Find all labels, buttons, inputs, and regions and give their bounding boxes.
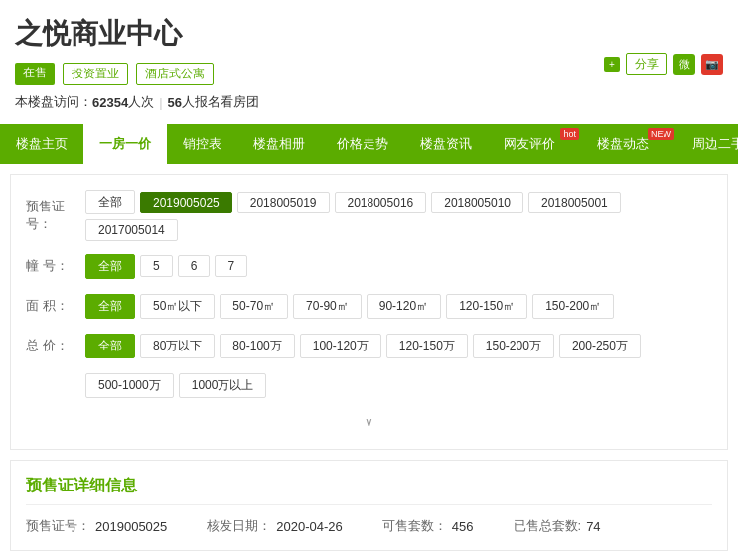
filter-area-all[interactable]: 全部 [85, 294, 135, 319]
visits-count: 62354 [92, 95, 128, 110]
badge-new: NEW [648, 128, 674, 140]
detail-cert-value: 2019005025 [95, 519, 167, 534]
wechat-icon[interactable]: 微 [673, 54, 695, 75]
detail-title: 预售证详细信息 [26, 476, 712, 505]
filter-cert-2018005001[interactable]: 2018005001 [528, 192, 621, 213]
filter-options-price: 全部 80万以下 80-100万 100-120万 120-150万 150-2… [85, 334, 641, 358]
filter-price-150-200[interactable]: 150-200万 [473, 334, 554, 358]
filter-options-area: 全部 50㎡以下 50-70㎡ 70-90㎡ 90-120㎡ 120-150㎡ … [85, 294, 614, 319]
filter-cert-2018005019[interactable]: 2018005019 [237, 192, 330, 213]
nav-label-control: 销控表 [183, 135, 221, 153]
filter-area-50below[interactable]: 50㎡以下 [140, 294, 215, 319]
filter-cert-all[interactable]: 全部 [85, 190, 135, 214]
filter-area-50-70[interactable]: 50-70㎡ [220, 294, 288, 319]
detail-available-value: 456 [452, 519, 474, 534]
tag-hotel: 酒店式公寓 [136, 63, 214, 85]
nav-label-trend: 价格走势 [337, 135, 388, 153]
filter-cert-2018005016[interactable]: 2018005016 [335, 192, 427, 213]
nav-label-secondhand: 周边二手房 [692, 135, 738, 153]
nav-label-dynamic: 楼盘动态 [597, 135, 649, 153]
photo-icon[interactable]: 📷 [701, 54, 723, 75]
filter-options-building: 全部 5 6 7 [85, 254, 247, 279]
filter-row-price: 总 价： 全部 80万以下 80-100万 100-120万 120-150万 … [26, 331, 712, 360]
collapse-button[interactable]: ∨ [26, 410, 712, 434]
visits-label: 本楼盘访问： [15, 93, 92, 111]
collapse-icon: ∨ [365, 415, 373, 429]
filter-area-70-90[interactable]: 70-90㎡ [293, 294, 362, 319]
filter-price-120-150[interactable]: 120-150万 [386, 334, 468, 358]
nav-label-news: 楼盘资讯 [420, 135, 472, 153]
visits-row: 本楼盘访问： 62354 人次 | 56 人报名看房团 [15, 93, 723, 111]
filter-cert-2019005025[interactable]: 2019005025 [140, 192, 232, 213]
detail-date-value: 2020-04-26 [276, 519, 343, 534]
filter-label-area: 面 积： [26, 297, 85, 315]
share-button[interactable]: 分享 [626, 53, 667, 75]
filter-area-90-120[interactable]: 90-120㎡ [367, 294, 441, 319]
filter-options-price2: 500-1000万 1000万以上 [85, 373, 266, 398]
nav-item-album[interactable]: 楼盘相册 [237, 124, 321, 164]
badge-hot: hot [560, 128, 579, 140]
nav-label-album: 楼盘相册 [253, 135, 305, 153]
detail-row: 预售证号： 2019005025 核发日期： 2020-04-26 可售套数： … [26, 517, 712, 535]
filter-cert-2017005014[interactable]: 2017005014 [85, 219, 178, 241]
detail-sold-value: 74 [586, 519, 600, 534]
nav-label-main: 楼盘主页 [16, 135, 68, 153]
divider: | [159, 95, 162, 110]
detail-available-label: 可售套数： [382, 517, 447, 535]
filter-price-80-100[interactable]: 80-100万 [220, 334, 294, 358]
nav-label-review: 网友评价 [504, 135, 555, 153]
share-area: + 分享 微 📷 [604, 43, 723, 85]
filter-options-cert: 全部 2019005025 2018005019 2018005016 2018… [85, 190, 712, 241]
filter-area-120-150[interactable]: 120-150㎡ [446, 294, 527, 319]
filter-building-5[interactable]: 5 [140, 255, 173, 277]
page-container: 之悦商业中心 在售 投资置业 酒店式公寓 + 分享 微 📷 本楼盘访问： 623… [0, 0, 738, 560]
navigation: 楼盘主页 一房一价 销控表 楼盘相册 价格走势 楼盘资讯 网友评价 hot 楼盘… [0, 124, 738, 164]
nav-item-dynamic[interactable]: 楼盘动态 NEW [581, 124, 676, 164]
filter-building-6[interactable]: 6 [178, 255, 211, 277]
filter-cert-2018005010[interactable]: 2018005010 [431, 192, 523, 213]
detail-date: 核发日期： 2020-04-26 [207, 517, 343, 535]
filter-price-500-1000[interactable]: 500-1000万 [85, 373, 174, 398]
filter-price-80below[interactable]: 80万以下 [140, 334, 215, 358]
nav-item-main[interactable]: 楼盘主页 [0, 124, 83, 164]
visits-unit: 人次 [128, 93, 154, 111]
filter-row-cert: 预售证号： 全部 2019005025 2018005019 201800501… [26, 190, 712, 241]
nav-item-news[interactable]: 楼盘资讯 [404, 124, 488, 164]
nav-item-secondhand[interactable]: 周边二手房 [676, 124, 738, 164]
tag-group: 在售 投资置业 酒店式公寓 + 分享 微 📷 [15, 63, 723, 85]
detail-sold-label: 已售总套数: [514, 517, 582, 535]
filter-price-all[interactable]: 全部 [85, 334, 135, 358]
filter-row-area: 面 积： 全部 50㎡以下 50-70㎡ 70-90㎡ 90-120㎡ 120-… [26, 291, 712, 321]
detail-date-label: 核发日期： [207, 517, 271, 535]
filter-label-cert: 预售证号： [26, 198, 85, 233]
filter-area: 预售证号： 全部 2019005025 2018005019 201800501… [10, 174, 728, 450]
detail-available: 可售套数： 456 [382, 517, 474, 535]
tag-onsale: 在售 [15, 63, 55, 85]
nav-label-price: 一房一价 [99, 135, 151, 153]
filter-price-200-250[interactable]: 200-250万 [559, 334, 641, 358]
share-plus-icon: + [604, 57, 620, 72]
nav-item-review[interactable]: 网友评价 hot [488, 124, 581, 164]
nav-item-control[interactable]: 销控表 [167, 124, 237, 164]
signup-label: 人报名看房团 [182, 93, 259, 111]
filter-area-150-200[interactable]: 150-200㎡ [532, 294, 614, 319]
filter-label-building: 幢 号： [26, 257, 85, 275]
detail-section: 预售证详细信息 预售证号： 2019005025 核发日期： 2020-04-2… [10, 460, 728, 551]
filter-building-all[interactable]: 全部 [85, 254, 135, 279]
filter-row-building: 幢 号： 全部 5 6 7 [26, 251, 712, 281]
filter-building-7[interactable]: 7 [215, 255, 247, 277]
detail-sold: 已售总套数: 74 [514, 517, 601, 535]
filter-row-price2: 500-1000万 1000万以上 [26, 370, 712, 400]
header: 之悦商业中心 在售 投资置业 酒店式公寓 + 分享 微 📷 本楼盘访问： 623… [0, 0, 738, 124]
detail-cert: 预售证号： 2019005025 [26, 517, 167, 535]
nav-item-price[interactable]: 一房一价 [83, 124, 167, 164]
filter-price-100-120[interactable]: 100-120万 [300, 334, 381, 358]
tag-invest: 投资置业 [63, 63, 128, 85]
filter-price-1000above[interactable]: 1000万以上 [179, 373, 267, 398]
nav-item-trend[interactable]: 价格走势 [321, 124, 404, 164]
signup-count: 56 [168, 95, 182, 110]
filter-label-price: 总 价： [26, 337, 85, 354]
detail-cert-label: 预售证号： [26, 517, 90, 535]
